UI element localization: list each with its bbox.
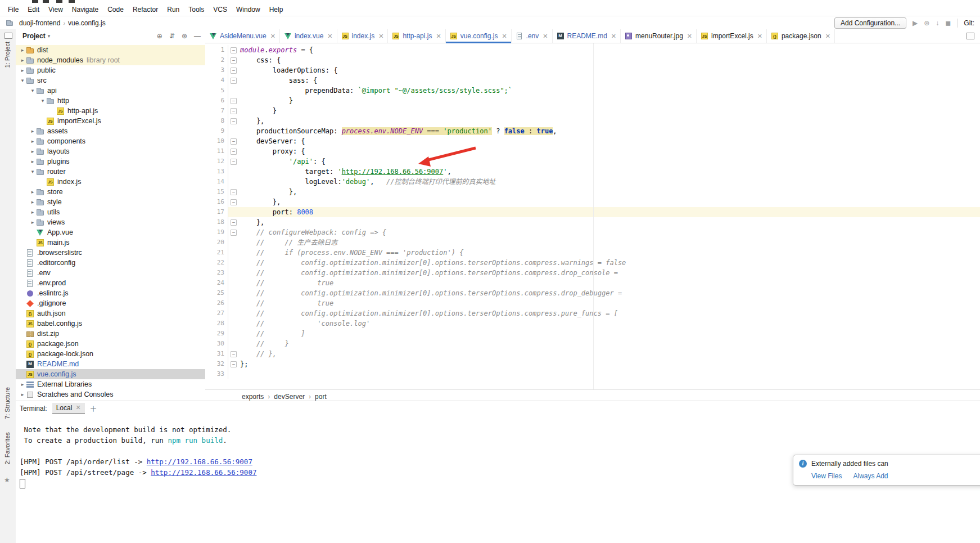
tab-asidemenu-vue[interactable]: AsideMenu.vue✕ bbox=[205, 29, 280, 43]
project-panel-title[interactable]: Project bbox=[22, 32, 46, 40]
expand-arrow-icon[interactable]: ▸ bbox=[29, 128, 36, 134]
tool-button-favorites[interactable]: 2: Favorites bbox=[4, 432, 11, 464]
breadcrumb-file[interactable]: vue.config.js bbox=[68, 19, 106, 27]
tab-readme-md[interactable]: README.md✕ bbox=[553, 29, 621, 43]
fold-icon[interactable] bbox=[228, 45, 238, 55]
code-line-14[interactable]: 14 logLevel:'debug', //控制台终端打印代理前的真实地址 bbox=[205, 177, 980, 187]
tree-item-index-js[interactable]: index.js bbox=[16, 177, 205, 187]
menu-navigate[interactable]: Navigate bbox=[67, 6, 103, 14]
code-line-25[interactable]: 25 // config.optimization.minimizer[0].o… bbox=[205, 288, 980, 298]
expand-arrow-icon[interactable]: ▸ bbox=[29, 138, 36, 144]
code-line-16[interactable]: 16 }, bbox=[205, 197, 980, 207]
tree-item-public[interactable]: ▸public bbox=[16, 65, 205, 75]
expand-arrow-icon[interactable]: ▾ bbox=[29, 88, 36, 93]
code-line-15[interactable]: 15 }, bbox=[205, 187, 980, 197]
fold-icon[interactable] bbox=[228, 106, 238, 116]
code-line-3[interactable]: 3 loaderOptions: { bbox=[205, 65, 980, 75]
close-icon[interactable]: ✕ bbox=[75, 404, 80, 411]
gear-icon[interactable]: ⊛ bbox=[182, 32, 187, 40]
new-terminal-icon[interactable]: ＋ bbox=[90, 403, 97, 414]
menu-tools[interactable]: Tools bbox=[184, 6, 209, 14]
expand-arrow-icon[interactable]: ▾ bbox=[19, 78, 26, 83]
expand-arrow-icon[interactable]: ▾ bbox=[29, 169, 36, 174]
menu-vcs[interactable]: VCS bbox=[209, 6, 232, 14]
expand-arrow-icon[interactable]: ▸ bbox=[19, 68, 26, 73]
breadcrumb-exports[interactable]: exports bbox=[242, 393, 264, 401]
tree-item-src[interactable]: ▾src bbox=[16, 75, 205, 86]
terminal-url-link[interactable]: http://192.168.66.56:9007 bbox=[147, 457, 252, 466]
expand-arrow-icon[interactable]: ▸ bbox=[19, 382, 26, 387]
code-line-8[interactable]: 8 }, bbox=[205, 116, 980, 126]
fold-icon[interactable] bbox=[228, 116, 238, 126]
code-line-27[interactable]: 27 // config.optimization.minimizer[0].o… bbox=[205, 308, 980, 318]
locate-icon[interactable]: ⊕ bbox=[157, 32, 162, 40]
tree-item-node-modules[interactable]: ▸node_moduleslibrary root bbox=[16, 55, 205, 65]
tab-vue-config-js[interactable]: vue.config.js✕ bbox=[446, 29, 512, 43]
tree-item-main-js[interactable]: main.js bbox=[16, 237, 205, 248]
code-line-7[interactable]: 7 } bbox=[205, 106, 980, 116]
expand-arrow-icon[interactable]: ▸ bbox=[29, 189, 36, 195]
tree-item-dist[interactable]: ▸dist bbox=[16, 45, 205, 55]
fold-icon[interactable] bbox=[228, 217, 238, 227]
tree-item-env[interactable]: .env bbox=[16, 268, 205, 278]
tab-env[interactable]: .env✕ bbox=[512, 29, 553, 43]
expand-arrow-icon[interactable]: ▸ bbox=[29, 199, 36, 205]
tree-item-gitignore[interactable]: .gitignore bbox=[16, 298, 205, 308]
expand-arrow-icon[interactable]: ▸ bbox=[29, 159, 36, 164]
tab-menurouter-jpg[interactable]: menuRouter.jpg✕ bbox=[621, 29, 697, 43]
close-icon[interactable]: ✕ bbox=[327, 33, 332, 40]
code-line-12[interactable]: 12 '/api': { bbox=[205, 156, 980, 167]
code-line-29[interactable]: 29 // ] bbox=[205, 329, 980, 339]
close-icon[interactable]: ✕ bbox=[543, 33, 548, 40]
breadcrumb-devserver[interactable]: devServer bbox=[274, 393, 305, 401]
code-line-6[interactable]: 6 } bbox=[205, 96, 980, 106]
update-icon[interactable]: ↓ bbox=[936, 19, 939, 27]
tree-item-eslintrc-js[interactable]: .eslintrc.js bbox=[16, 288, 205, 298]
tree-item-store[interactable]: ▸store bbox=[16, 187, 205, 197]
tree-item-auth-json[interactable]: auth.json bbox=[16, 308, 205, 318]
tree-item-assets[interactable]: ▸assets bbox=[16, 126, 205, 136]
add-configuration-button[interactable]: Add Configuration... bbox=[834, 17, 906, 29]
close-icon[interactable]: ✕ bbox=[436, 33, 441, 40]
fold-icon[interactable] bbox=[228, 349, 238, 359]
hide-icon[interactable]: — bbox=[194, 32, 201, 40]
expand-arrow-icon[interactable]: ▾ bbox=[39, 98, 46, 104]
code-line-2[interactable]: 2 css: { bbox=[205, 55, 980, 65]
breadcrumb-port[interactable]: port bbox=[315, 393, 327, 401]
close-icon[interactable]: ✕ bbox=[825, 33, 830, 40]
close-icon[interactable]: ✕ bbox=[270, 33, 276, 40]
code-line-1[interactable]: 1module.exports = { bbox=[205, 45, 980, 55]
run-icon[interactable]: ▶ bbox=[913, 19, 918, 27]
tree-item-utils[interactable]: ▸utils bbox=[16, 207, 205, 217]
tree-item-babel-config-js[interactable]: babel.config.js bbox=[16, 318, 205, 329]
breadcrumb-project[interactable]: duoji-frontend bbox=[19, 19, 60, 27]
fold-icon[interactable] bbox=[228, 359, 238, 369]
code-line-28[interactable]: 28 // 'console.log' bbox=[205, 318, 980, 329]
view-files-link[interactable]: View Files bbox=[811, 472, 842, 480]
close-icon[interactable]: ✕ bbox=[687, 33, 692, 40]
code-line-13[interactable]: 13 target: 'http://192.168.66.56:9007', bbox=[205, 167, 980, 177]
expand-arrow-icon[interactable]: ▸ bbox=[19, 392, 26, 397]
menu-refactor[interactable]: Refactor bbox=[128, 6, 162, 14]
expand-arrow-icon[interactable]: ▸ bbox=[29, 209, 36, 215]
fold-icon[interactable] bbox=[228, 197, 238, 207]
tree-item-importexcel-js[interactable]: importExcel.js bbox=[16, 116, 205, 126]
menu-code[interactable]: Code bbox=[103, 6, 128, 14]
code-line-33[interactable]: 33 bbox=[205, 369, 980, 379]
fold-icon[interactable] bbox=[228, 187, 238, 197]
tree-item-dist-zip[interactable]: dist.zip bbox=[16, 329, 205, 339]
fold-icon[interactable] bbox=[228, 75, 238, 86]
code-editor[interactable]: 1module.exports = {2 css: {3 loaderOptio… bbox=[205, 43, 980, 389]
tree-item-external-libraries[interactable]: ▸External Libraries bbox=[16, 379, 205, 389]
tree-item-package-json[interactable]: package.json bbox=[16, 339, 205, 349]
close-icon[interactable]: ✕ bbox=[757, 33, 762, 40]
fold-icon[interactable] bbox=[228, 55, 238, 65]
stop-icon[interactable]: ◼ bbox=[945, 19, 951, 27]
tree-item-components[interactable]: ▸components bbox=[16, 136, 205, 146]
code-line-31[interactable]: 31 // }, bbox=[205, 349, 980, 359]
tree-item-style[interactable]: ▸style bbox=[16, 197, 205, 207]
chevron-down-icon[interactable]: ▾ bbox=[48, 33, 51, 39]
tool-button-structure[interactable]: 7: Structure bbox=[4, 387, 11, 419]
tree-item-scratches-and-consoles[interactable]: ▸Scratches and Consoles bbox=[16, 389, 205, 400]
menu-window[interactable]: Window bbox=[232, 6, 265, 14]
